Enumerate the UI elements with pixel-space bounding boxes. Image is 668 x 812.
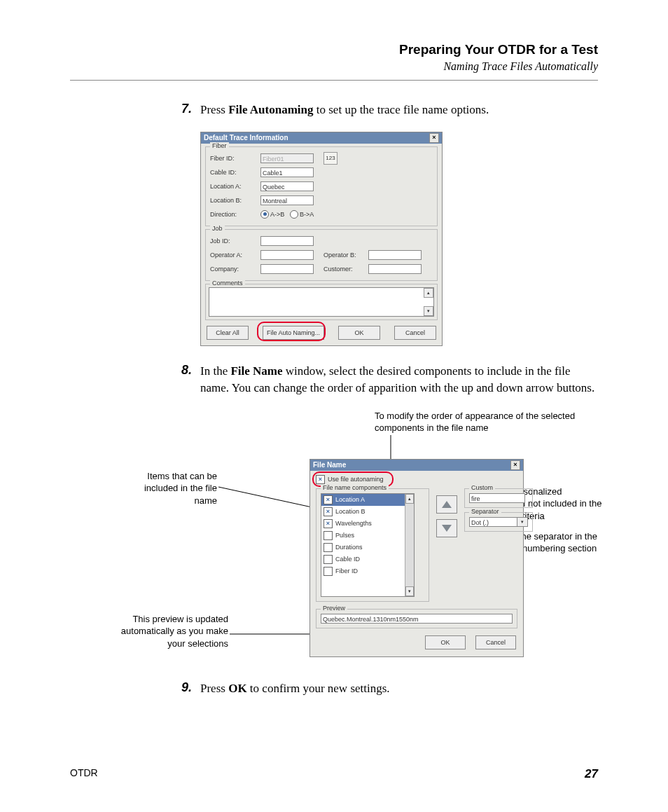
step-9: 9. Press OK to confirm your new settings… bbox=[168, 680, 598, 698]
list-item-label: Location B bbox=[335, 508, 366, 515]
list-components[interactable]: ×Location A ×Location B ×Wavelengths Pul… bbox=[321, 493, 415, 597]
callout-preview: This preview is updated automatically as… bbox=[112, 613, 228, 650]
callout-order: To modify the order of appearance of the… bbox=[375, 410, 606, 434]
group-separator-legend: Separator bbox=[469, 508, 501, 515]
step-9-post: to confirm your new settings. bbox=[247, 682, 390, 695]
scrollbar[interactable]: ▴ ▾ bbox=[405, 494, 414, 596]
page-subtitle: Naming Trace Files Automatically bbox=[70, 60, 598, 73]
step-9-bold: OK bbox=[228, 682, 246, 695]
label-fiber-id: Fiber ID: bbox=[210, 155, 260, 162]
input-location-a[interactable]: Quebec bbox=[260, 181, 314, 191]
dialog2-titlebar[interactable]: File Name × bbox=[310, 460, 523, 471]
list-item: ×Location B bbox=[321, 506, 414, 518]
input-operator-b[interactable] bbox=[368, 250, 422, 260]
label-use-autonaming: Use file autonaming bbox=[328, 476, 384, 483]
dialog2-title: File Name bbox=[313, 460, 346, 471]
dialog-default-trace-info: Default Trace Information × Fiber Fiber … bbox=[200, 132, 443, 346]
checkbox-icon[interactable]: × bbox=[323, 495, 333, 504]
label-job-id: Job ID: bbox=[210, 238, 260, 245]
label-location-b: Location B: bbox=[210, 197, 260, 204]
group-components-legend: File name components bbox=[321, 484, 389, 491]
group-comments-legend: Comments bbox=[210, 280, 245, 287]
input-fiber-id[interactable]: Fiber01 bbox=[260, 153, 314, 163]
list-item: ×Wavelengths bbox=[321, 518, 414, 530]
label-operator-b: Operator B: bbox=[323, 252, 368, 259]
scroll-down-icon[interactable]: ▾ bbox=[424, 306, 433, 316]
step-7-text: Press File Autonaming to set up the trac… bbox=[200, 102, 489, 119]
radio-a-to-b[interactable] bbox=[260, 210, 269, 219]
input-location-b[interactable]: Montreal bbox=[260, 195, 314, 205]
checkbox-use-autonaming[interactable]: × bbox=[316, 475, 325, 484]
list-item-label: Wavelengths bbox=[335, 520, 372, 527]
step-8-pre: In the bbox=[200, 364, 230, 378]
close-icon[interactable]: × bbox=[510, 460, 520, 470]
label-direction: Direction: bbox=[210, 211, 260, 218]
step-7-pre: Press bbox=[200, 103, 228, 116]
ok-button[interactable]: OK bbox=[425, 635, 466, 649]
figure-file-name-dialog: To modify the order of appearance of the… bbox=[70, 410, 598, 676]
clear-all-button[interactable]: Clear All bbox=[207, 326, 249, 340]
list-item-label: Location A bbox=[335, 496, 365, 503]
move-up-button[interactable] bbox=[436, 495, 457, 514]
checkbox-icon[interactable] bbox=[323, 531, 333, 540]
chevron-down-icon[interactable]: ▾ bbox=[517, 517, 528, 527]
svg-marker-7 bbox=[442, 525, 452, 532]
list-item: Cable ID bbox=[321, 553, 414, 565]
radio-label-ab: A->B bbox=[270, 211, 290, 218]
checkbox-icon[interactable] bbox=[323, 567, 333, 576]
dialog-file-name: File Name × × Use file autonaming File n… bbox=[309, 459, 524, 657]
radio-label-ba: B->A bbox=[300, 211, 314, 218]
scroll-down-icon[interactable]: ▾ bbox=[405, 586, 414, 596]
page-title: Preparing Your OTDR for a Test bbox=[70, 42, 598, 57]
input-job-id[interactable] bbox=[260, 236, 314, 246]
label-customer: Customer: bbox=[323, 266, 368, 273]
cancel-button[interactable]: Cancel bbox=[394, 326, 436, 340]
step-9-number: 9. bbox=[168, 680, 200, 698]
group-fiber-legend: Fiber bbox=[210, 142, 229, 149]
list-item: Pulses bbox=[321, 530, 414, 542]
move-down-button[interactable] bbox=[436, 519, 457, 537]
label-location-a: Location A: bbox=[210, 183, 260, 190]
callout-items: Items that can be included in the file n… bbox=[119, 470, 217, 507]
step-8-text: In the File Name window, select the desi… bbox=[200, 363, 598, 397]
ok-button[interactable]: OK bbox=[338, 326, 380, 340]
checkbox-icon[interactable]: × bbox=[323, 519, 333, 528]
group-custom-legend: Custom bbox=[469, 484, 495, 491]
input-custom[interactable]: fire bbox=[469, 493, 525, 503]
file-auto-naming-button[interactable]: File Auto Naming... bbox=[263, 326, 324, 340]
group-job: Job Job ID: Operator A: Operator B: Comp… bbox=[205, 229, 438, 281]
dialog1-titlebar[interactable]: Default Trace Information × bbox=[201, 132, 442, 144]
select-separator[interactable]: Dot (.) bbox=[469, 517, 517, 527]
svg-line-2 bbox=[218, 487, 315, 508]
label-cable-id: Cable ID: bbox=[210, 169, 260, 176]
cancel-button[interactable]: Cancel bbox=[475, 635, 516, 649]
scroll-up-icon[interactable]: ▴ bbox=[405, 494, 414, 504]
radio-b-to-a[interactable] bbox=[290, 210, 298, 219]
input-company[interactable] bbox=[260, 264, 314, 274]
footer-product: OTDR bbox=[70, 767, 98, 781]
step-7-number: 7. bbox=[168, 102, 200, 119]
textarea-comments[interactable]: ▴ ▾ bbox=[209, 287, 434, 317]
input-cable-id[interactable]: Cable1 bbox=[260, 167, 314, 177]
page: Preparing Your OTDR for a Test Naming Tr… bbox=[0, 0, 668, 812]
checkbox-icon[interactable]: × bbox=[323, 507, 333, 516]
list-item: Durations bbox=[321, 542, 414, 553]
page-header: Preparing Your OTDR for a Test Naming Tr… bbox=[70, 42, 598, 73]
list-item-label: Pulses bbox=[335, 532, 354, 539]
step-8: 8. In the File Name window, select the d… bbox=[168, 363, 598, 397]
label-operator-a: Operator A: bbox=[210, 252, 260, 259]
group-fiber: Fiber Fiber ID: Fiber01 123 Cable ID: Ca… bbox=[205, 146, 438, 226]
group-comments: Comments ▴ ▾ bbox=[205, 284, 438, 320]
input-operator-a[interactable] bbox=[260, 250, 314, 260]
step-7-post: to set up the trace file name options. bbox=[314, 103, 489, 116]
label-company: Company: bbox=[210, 266, 260, 273]
stepper-icon[interactable]: 123 bbox=[323, 152, 338, 165]
header-rule bbox=[70, 80, 598, 81]
input-customer[interactable] bbox=[368, 264, 422, 274]
step-9-text: Press OK to confirm your new settings. bbox=[200, 680, 390, 698]
scroll-up-icon[interactable]: ▴ bbox=[424, 288, 433, 298]
checkbox-icon[interactable] bbox=[323, 543, 333, 552]
close-icon[interactable]: × bbox=[429, 133, 439, 143]
checkbox-icon[interactable] bbox=[323, 555, 333, 564]
group-preview-legend: Preview bbox=[321, 605, 347, 612]
